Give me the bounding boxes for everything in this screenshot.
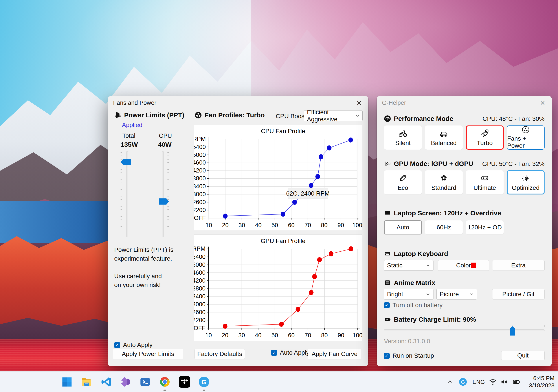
- mode-silent-button[interactable]: Silent: [384, 125, 422, 150]
- window-title: G-Helper: [382, 100, 406, 106]
- battery-slider-track[interactable]: [384, 329, 545, 331]
- svg-text:2200: 2200: [194, 317, 206, 324]
- mode-balanced-button[interactable]: Balanced: [425, 125, 463, 150]
- cpu-boost-dropdown[interactable]: Efficient Aggressive: [304, 110, 363, 121]
- factory-defaults-button[interactable]: Factory Defaults: [194, 349, 245, 359]
- version-link[interactable]: Version: 0.31.0.0: [384, 338, 430, 345]
- keyboard-mode-dropdown[interactable]: Static: [384, 260, 434, 271]
- keyboard-extra-button[interactable]: Extra: [492, 260, 545, 271]
- running-indicator: [203, 390, 205, 391]
- gpu-optimized-button[interactable]: Optimized: [507, 170, 545, 194]
- svg-text:70: 70: [305, 222, 311, 228]
- g-helper-icon: G: [198, 376, 210, 388]
- tray-g-helper[interactable]: G: [456, 378, 470, 386]
- quit-button[interactable]: Quit: [501, 351, 545, 360]
- svg-text:G: G: [461, 379, 465, 385]
- svg-text:60: 60: [288, 222, 295, 228]
- screen-120hz-od-button[interactable]: 120Hz + OD: [466, 220, 504, 234]
- svg-text:OFF: OFF: [194, 215, 206, 221]
- gpu-fan-chart[interactable]: 102030405060708090100OFF2200260030003400…: [194, 235, 362, 341]
- turn-off-on-battery-checkbox[interactable]: ✓: [384, 302, 390, 308]
- chrome-button[interactable]: [158, 375, 172, 389]
- auto-apply-fan-checkbox[interactable]: ✓: [271, 350, 277, 356]
- svg-text:100: 100: [352, 222, 362, 228]
- svg-text:50: 50: [271, 332, 278, 339]
- tray-battery[interactable]: [510, 378, 523, 386]
- laptop-icon: [384, 210, 391, 217]
- svg-text:40: 40: [255, 332, 262, 339]
- svg-text:5000: 5000: [194, 152, 206, 158]
- powershell-button[interactable]: [138, 375, 152, 389]
- svg-text:10: 10: [205, 332, 212, 339]
- keyboard-color-button[interactable]: Color: [438, 260, 489, 271]
- file-explorer-button[interactable]: [79, 375, 94, 389]
- experimental-warning: Power Limits (PPT) is experimental featu…: [114, 245, 173, 289]
- window-title: Fans and Power: [113, 100, 157, 106]
- turn-off-on-battery-label: Turn off on battery: [392, 302, 443, 309]
- taskbar-clock[interactable]: 6:45 PM 3/18/2023: [529, 375, 555, 389]
- taskbar: G G ENG 6:45 PM 3/18/2023: [0, 371, 558, 392]
- applied-status: Applied: [122, 122, 142, 129]
- anime-brightness-dropdown[interactable]: Bright: [384, 289, 434, 300]
- anime-mode-dropdown[interactable]: Picture: [436, 289, 477, 300]
- start-button[interactable]: [60, 375, 74, 389]
- svg-text:5000: 5000: [194, 261, 206, 268]
- run-on-startup-checkbox[interactable]: ✓: [384, 353, 390, 359]
- cpu-fan-chart[interactable]: 102030405060708090100OFF2200260030003400…: [194, 125, 362, 231]
- battery-slider-ticks: [384, 325, 545, 327]
- tray-expand-button[interactable]: [444, 379, 456, 385]
- leaf-icon: [398, 173, 408, 183]
- laptop-screen-heading: Laptop Screen: 120Hz + Overdrive: [384, 209, 501, 217]
- screen-auto-button[interactable]: Auto: [384, 220, 422, 234]
- svg-text:2200: 2200: [194, 207, 206, 213]
- language-indicator[interactable]: ENG: [470, 379, 487, 385]
- svg-text:20: 20: [222, 332, 228, 339]
- rocket-icon: [480, 129, 489, 138]
- performance-mode-heading: Performance Mode: [384, 115, 453, 122]
- gpu-mode-heading: GPU Mode: iGPU + dGPU: [384, 160, 473, 167]
- cpu-slider-label: CPU: [159, 132, 172, 139]
- flower-icon: [439, 173, 448, 183]
- cpu-slider-track[interactable]: [162, 151, 164, 237]
- tray-volume[interactable]: [499, 378, 510, 386]
- tray-wifi[interactable]: [487, 378, 499, 386]
- mode-fans-power-button[interactable]: Fans + Power: [507, 125, 545, 150]
- run-on-startup-row: ✓ Run on Startup: [384, 352, 434, 359]
- windows-start-icon: [61, 376, 73, 388]
- g-helper-icon: G: [459, 378, 467, 386]
- running-indicator: [164, 390, 166, 391]
- close-icon[interactable]: ✕: [537, 98, 548, 108]
- screen-60hz-button[interactable]: 60Hz: [425, 220, 463, 234]
- auto-apply-power-label: Auto Apply: [123, 342, 152, 349]
- fan-icon: [521, 126, 530, 133]
- tray-date: 3/18/2023: [529, 382, 555, 389]
- apply-power-limits-button[interactable]: Apply Power Limits: [113, 349, 183, 359]
- anime-picture-gif-button[interactable]: Picture / Gif: [492, 289, 545, 300]
- close-icon[interactable]: ✕: [353, 98, 365, 108]
- svg-text:60: 60: [288, 332, 295, 339]
- keyboard-icon: [384, 250, 391, 257]
- svg-text:30: 30: [238, 332, 245, 339]
- gamepad-icon: [480, 173, 489, 183]
- svg-text:3400: 3400: [194, 183, 206, 190]
- battery-slider-thumb[interactable]: [510, 326, 515, 335]
- svg-text:3000: 3000: [194, 191, 206, 198]
- svg-text:2600: 2600: [194, 309, 206, 316]
- battery-icon: [384, 316, 391, 323]
- visual-studio-button[interactable]: [119, 375, 133, 389]
- apply-fan-curve-button[interactable]: Apply Fan Curve: [308, 349, 361, 359]
- g-helper-button[interactable]: G: [197, 375, 211, 389]
- system-tray: G ENG 6:45 PM 3/18/2023: [444, 372, 558, 392]
- vscode-button[interactable]: [99, 375, 113, 389]
- total-slider-ticks: [121, 152, 122, 236]
- car-icon: [439, 129, 448, 138]
- auto-apply-power-checkbox[interactable]: ✓: [114, 342, 120, 348]
- gpu-ultimate-button[interactable]: Ultimate: [466, 170, 504, 194]
- gpu-standard-button[interactable]: Standard: [425, 170, 463, 194]
- visual-studio-icon: [120, 376, 131, 388]
- chevron-down-icon: [355, 113, 360, 118]
- gpu-eco-button[interactable]: Eco: [384, 170, 422, 194]
- tidal-button[interactable]: [177, 375, 192, 389]
- svg-text:3400: 3400: [194, 293, 206, 300]
- mode-turbo-button[interactable]: Turbo: [466, 125, 504, 150]
